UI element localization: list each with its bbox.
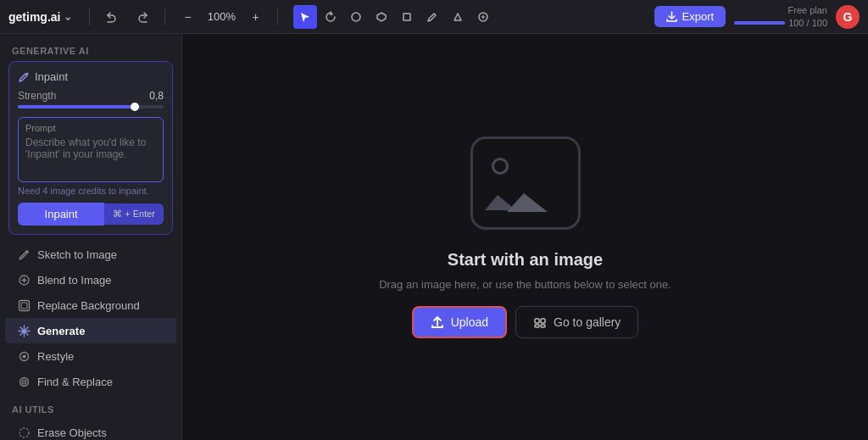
image-placeholder-circle xyxy=(492,158,509,175)
erase-objects-label: Erase Objects xyxy=(37,426,107,439)
empty-state: Start with an image Drag an image here, … xyxy=(379,136,671,338)
redo-button[interactable] xyxy=(131,5,154,29)
logo-text: getimg.ai xyxy=(8,10,60,24)
svg-point-9 xyxy=(22,354,25,358)
inpaint-header: Inpaint xyxy=(18,70,164,83)
free-plan-info: Free plan 100 / 100 xyxy=(734,4,827,29)
sidebar-item-erase-objects[interactable]: Erase Objects xyxy=(5,420,176,440)
logo[interactable]: getimg.ai ⌄ xyxy=(8,10,72,24)
svg-marker-1 xyxy=(377,13,386,21)
svg-point-0 xyxy=(352,13,360,21)
replace-background-icon xyxy=(17,298,31,312)
main: Generative AI Inpaint Strength 0,8 Promp… xyxy=(0,34,868,440)
sidebar-item-restyle[interactable]: Restyle xyxy=(5,343,176,369)
prompt-textarea[interactable] xyxy=(25,136,156,174)
sidebar-item-blend-to-image[interactable]: Blend to Image xyxy=(5,267,176,292)
strength-slider-thumb xyxy=(131,103,139,111)
topbar-divider-3 xyxy=(277,8,278,25)
strength-slider-fill xyxy=(18,105,135,109)
export-label: Export xyxy=(682,10,715,23)
avatar[interactable]: G xyxy=(836,5,860,29)
logo-chevron-icon: ⌄ xyxy=(64,11,72,23)
gallery-button[interactable]: Go to gallery xyxy=(515,306,638,338)
sidebar: Generative AI Inpaint Strength 0,8 Promp… xyxy=(0,34,182,440)
inpaint-button[interactable]: Inpaint xyxy=(18,203,104,226)
credits-note: Need 4 image credits to inpaint. xyxy=(18,186,164,196)
inpaint-shortcut: ⌘ + Enter xyxy=(104,203,164,225)
topbar: getimg.ai ⌄ − 100% + xyxy=(0,0,868,34)
restyle-icon xyxy=(17,349,31,363)
credits-progress-fill xyxy=(734,21,785,25)
svg-rect-6 xyxy=(19,300,29,310)
crop-tool-button[interactable] xyxy=(395,5,419,29)
undo-button[interactable] xyxy=(100,5,124,29)
sidebar-item-find-replace[interactable]: Find & Replace xyxy=(5,369,176,394)
ellipse-tool-button[interactable] xyxy=(344,5,368,29)
topbar-divider-1 xyxy=(89,8,90,25)
svg-rect-18 xyxy=(541,325,545,327)
blend-to-image-icon xyxy=(17,273,31,287)
erase-objects-icon xyxy=(17,426,31,439)
strength-row: Strength 0,8 xyxy=(18,90,164,102)
prompt-box: Prompt xyxy=(18,117,164,182)
image-placeholder xyxy=(470,136,581,230)
credits-progress-bar xyxy=(734,21,785,25)
svg-rect-17 xyxy=(535,325,539,327)
generative-ai-section-label: Generative AI xyxy=(0,42,181,61)
sidebar-item-sketch-to-image[interactable]: Sketch to Image xyxy=(5,242,176,267)
export-button[interactable]: Export xyxy=(654,6,726,27)
empty-state-title: Start with an image xyxy=(448,250,603,270)
credits-label: 100 / 100 xyxy=(788,17,827,29)
zoom-minus-button[interactable]: − xyxy=(175,5,199,29)
find-replace-icon xyxy=(17,375,31,388)
gallery-icon xyxy=(533,315,547,329)
blend-to-image-label: Blend to Image xyxy=(37,274,111,287)
shape-tool-button[interactable] xyxy=(446,5,470,29)
inpaint-btn-row: Inpaint ⌘ + Enter xyxy=(18,203,164,226)
strength-slider[interactable] xyxy=(18,105,164,109)
sidebar-item-replace-background[interactable]: Replace Background xyxy=(5,292,176,318)
ai-utils-section-label: AI Utils xyxy=(0,401,181,420)
strength-value: 0,8 xyxy=(149,90,164,102)
image-placeholder-mountain2 xyxy=(507,193,548,212)
inpaint-label: Inpaint xyxy=(35,70,68,83)
free-plan-label: Free plan xyxy=(788,4,827,16)
replace-background-label: Replace Background xyxy=(37,299,140,312)
inpaint-icon xyxy=(18,71,30,83)
svg-point-4 xyxy=(26,72,29,75)
svg-rect-2 xyxy=(403,14,410,20)
rotate-tool-button[interactable] xyxy=(319,5,342,29)
upload-label: Upload xyxy=(451,315,488,329)
svg-point-13 xyxy=(19,428,29,437)
zoom-value: 100% xyxy=(206,10,236,23)
upload-button[interactable]: Upload xyxy=(412,306,507,338)
canvas-area: Start with an image Drag an image here, … xyxy=(182,34,868,440)
empty-state-actions: Upload Go to gallery xyxy=(412,306,639,338)
gallery-label: Go to gallery xyxy=(554,315,620,329)
generate-icon xyxy=(17,324,31,337)
select-tool-button[interactable] xyxy=(293,5,317,29)
pen-tool-button[interactable] xyxy=(420,5,444,29)
svg-point-12 xyxy=(23,381,25,382)
sidebar-item-generate[interactable]: Generate xyxy=(5,318,176,343)
zoom-plus-button[interactable]: + xyxy=(243,5,267,29)
svg-rect-7 xyxy=(21,303,27,309)
prompt-label: Prompt xyxy=(25,123,156,133)
empty-state-subtitle: Drag an image here, or use the buttons b… xyxy=(379,278,671,291)
topbar-right: Export Free plan 100 / 100 G xyxy=(654,4,860,29)
restyle-label: Restyle xyxy=(37,350,74,363)
svg-rect-16 xyxy=(541,319,545,323)
polygon-tool-button[interactable] xyxy=(370,5,393,29)
text-tool-button[interactable] xyxy=(471,5,495,29)
svg-rect-15 xyxy=(535,319,539,323)
sketch-to-image-icon xyxy=(17,248,31,261)
upload-icon xyxy=(431,315,444,329)
inpaint-card: Inpaint Strength 0,8 Prompt Need 4 image… xyxy=(8,61,173,235)
find-replace-label: Find & Replace xyxy=(37,376,113,388)
generate-label: Generate xyxy=(37,325,85,337)
tool-group xyxy=(293,5,495,29)
sketch-to-image-label: Sketch to Image xyxy=(37,248,117,261)
strength-label: Strength xyxy=(18,90,56,102)
topbar-divider-2 xyxy=(164,8,165,25)
